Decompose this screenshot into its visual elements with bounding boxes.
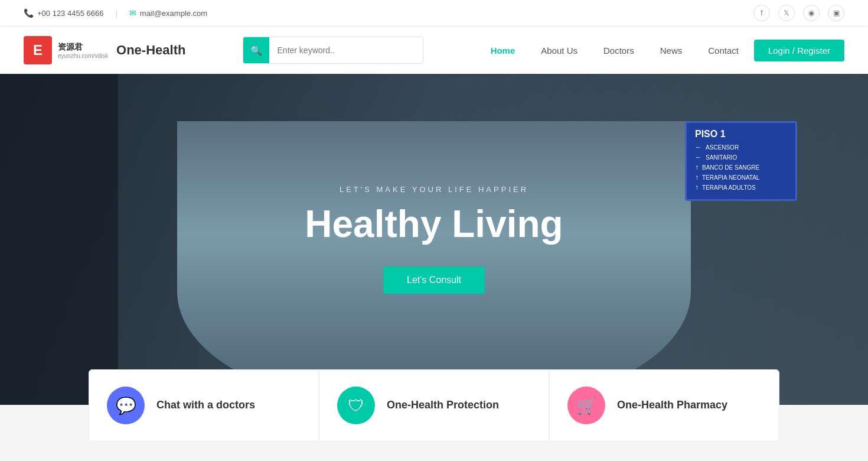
email-contact: ✉ mail@example.com [129, 8, 207, 18]
logo-area: E 资源君 eyunzhu.com/vdisk One-Health [24, 36, 185, 64]
shield-icon: 🛡 [348, 396, 364, 415]
header: E 资源君 eyunzhu.com/vdisk One-Health 🔍 Hom… [0, 27, 868, 74]
nav-about[interactable]: About Us [530, 40, 588, 61]
nav-doctors[interactable]: Doctors [593, 40, 645, 61]
nav-home[interactable]: Home [480, 40, 526, 61]
mail-icon: ✉ [129, 8, 136, 18]
search-input[interactable] [269, 37, 423, 63]
phone-contact: 📞 +00 123 4455 6666 [24, 8, 103, 18]
card-pharmacy: 🛒 One-Health Pharmacy [549, 369, 779, 441]
divider: | [115, 9, 117, 18]
hero-section: PISO 1 ←ASCENSOR ←SANITARIO ↑BANCO DE SA… [0, 74, 868, 405]
hero-content: LET'S MAKE YOUR LIFE HAPPIER Healthy Liv… [305, 185, 563, 293]
nav-news[interactable]: News [650, 40, 693, 61]
hero-subtitle: LET'S MAKE YOUR LIFE HAPPIER [305, 185, 563, 194]
top-bar-left: 📞 +00 123 4455 6666 | ✉ mail@example.com [24, 8, 207, 18]
card-chat: 💬 Chat with a doctors [89, 369, 319, 441]
hero-title: Healthy Living [305, 203, 563, 245]
instagram-icon[interactable]: ▣ [828, 5, 844, 21]
logo-icon: E [24, 36, 52, 64]
logo-text: 资源君 eyunzhu.com/vdisk [58, 42, 108, 59]
email-address: mail@example.com [140, 9, 207, 18]
basket-icon: 🛒 [576, 396, 597, 415]
bottom-strip [0, 441, 868, 459]
search-bar: 🔍 [243, 37, 423, 64]
hero-left-panel [0, 74, 118, 405]
logo-brand: One-Health [116, 43, 185, 58]
protection-icon-wrap: 🛡 [337, 387, 375, 424]
social-links: f 𝕏 ◉ ▣ [753, 5, 844, 21]
dribbble-icon[interactable]: ◉ [803, 5, 820, 21]
phone-icon: 📞 [24, 8, 34, 18]
facebook-icon[interactable]: f [753, 5, 770, 21]
consult-button[interactable]: Let's Consult [383, 267, 485, 294]
main-nav: Home About Us Doctors News Contact Login… [480, 40, 844, 61]
card-pharmacy-title: One-Health Pharmacy [617, 398, 727, 412]
login-register-button[interactable]: Login / Register [754, 40, 844, 61]
nav-contact[interactable]: Contact [697, 40, 749, 61]
card-protection: 🛡 One-Health Protection [319, 369, 549, 441]
hero-sign: PISO 1 ←ASCENSOR ←SANITARIO ↑BANCO DE SA… [685, 121, 797, 201]
top-bar: 📞 +00 123 4455 6666 | ✉ mail@example.com… [0, 0, 868, 27]
card-protection-title: One-Health Protection [387, 398, 499, 412]
search-button[interactable]: 🔍 [243, 37, 269, 63]
pharmacy-icon-wrap: 🛒 [567, 387, 605, 424]
feature-cards: 💬 Chat with a doctors 🛡 One-Health Prote… [89, 369, 779, 441]
twitter-icon[interactable]: 𝕏 [778, 5, 795, 21]
card-chat-title: Chat with a doctors [156, 398, 255, 412]
chat-icon: 💬 [116, 396, 136, 415]
chat-icon-wrap: 💬 [107, 387, 145, 424]
phone-number: +00 123 4455 6666 [37, 9, 103, 18]
